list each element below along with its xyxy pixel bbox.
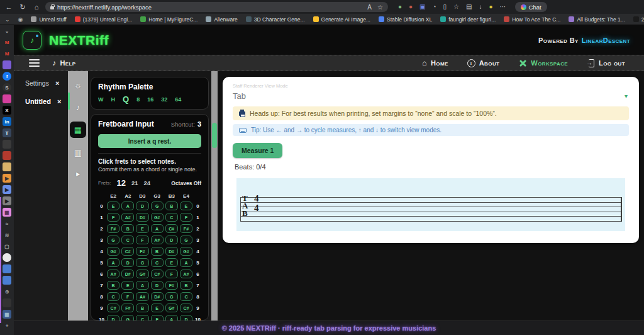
fret-note-button[interactable]: C# (165, 224, 178, 233)
measure-button[interactable]: Measure 1 (233, 143, 282, 158)
fret-note-button[interactable]: D# (151, 292, 164, 301)
fret-note-button[interactable]: A# (180, 270, 192, 278)
fret-note-button[interactable]: F# (121, 304, 134, 312)
duration-option[interactable]: W (98, 96, 104, 103)
toolbar-icon[interactable]: ▤ (466, 4, 472, 10)
side-tab-icon[interactable]: ≋ (3, 230, 11, 239)
duration-option[interactable]: 64 (175, 96, 181, 103)
fret-note-button[interactable]: F (136, 236, 148, 244)
fret-note-button[interactable]: C (121, 236, 134, 244)
bookmark[interactable]: Home | MyFigureC... (140, 16, 197, 23)
address-bar[interactable]: https://nextriff.netlify.app/workspace A… (45, 2, 388, 12)
fret-note-button[interactable]: C (107, 292, 119, 301)
duration-option[interactable]: 16 (147, 96, 153, 103)
toolbar-icon[interactable]: ↓ (479, 4, 482, 10)
fret-note-button[interactable]: E (165, 258, 178, 267)
side-tab-icon[interactable] (3, 151, 11, 160)
fret-note-button[interactable]: C# (180, 304, 192, 312)
fret-note-button[interactable]: E (151, 304, 164, 312)
bookmark[interactable]: All Budgets: The 1... (569, 16, 625, 23)
fret-note-button[interactable]: B (165, 202, 178, 210)
side-tab-icon[interactable]: ▦ (3, 310, 11, 319)
fret-note-button[interactable]: D# (121, 270, 134, 278)
side-tab-icon[interactable]: ⊕ (3, 287, 11, 296)
read-aloud-icon[interactable]: A (367, 4, 372, 11)
bookmark[interactable]: 3D Character Gene... (246, 16, 305, 23)
fret-note-button[interactable]: B (151, 247, 164, 256)
side-tab-icon[interactable]: ⌄ (3, 26, 11, 35)
side-tab-icon[interactable]: ▶ (3, 185, 11, 194)
toolbar-icon[interactable]: ● (489, 4, 493, 10)
fret-note-button[interactable]: C# (107, 304, 119, 312)
fret-count-option[interactable]: 12 (116, 178, 125, 188)
bookmark[interactable]: Unreal stuff (31, 16, 66, 23)
side-tab-icon[interactable] (3, 264, 11, 273)
duration-option[interactable]: 32 (161, 96, 167, 103)
fret-note-button[interactable]: A# (136, 292, 148, 301)
toolbar-icon[interactable]: ● (398, 4, 402, 10)
fret-note-button[interactable]: B (136, 304, 148, 312)
fret-note-button[interactable]: C# (151, 270, 164, 278)
toolbar-icon[interactable]: ▣ (419, 4, 425, 10)
chat-button[interactable]: Chat (515, 2, 547, 12)
fret-note-button[interactable]: E (180, 202, 192, 210)
document-tab[interactable]: Untitled × (25, 98, 68, 105)
nav-logout[interactable]: → Log out (587, 59, 625, 67)
side-tab-icon[interactable] (3, 60, 11, 69)
bookmark[interactable]: Generate AI Image... (313, 16, 370, 23)
side-tab-icon[interactable] (3, 162, 11, 171)
fret-note-button[interactable]: A (151, 224, 164, 233)
side-tab-icon[interactable] (3, 276, 11, 285)
duration-option[interactable]: Q (123, 94, 129, 104)
side-tab-icon[interactable]: M (3, 49, 11, 58)
fret-note-button[interactable]: C# (121, 247, 134, 256)
fret-note-button[interactable]: D (165, 236, 178, 244)
fret-count-option[interactable]: 24 (144, 179, 151, 186)
fret-note-button[interactable]: G (107, 236, 119, 244)
fret-count-option[interactable]: 21 (131, 179, 138, 186)
collapse-chevron-icon[interactable]: ⌄ (5, 16, 10, 23)
fret-note-button[interactable]: B (121, 224, 134, 233)
browser-home-icon[interactable]: ⌂ (31, 3, 42, 11)
fret-note-button[interactable]: A# (151, 236, 164, 244)
fret-note-button[interactable]: G# (165, 304, 178, 312)
duration-option[interactable]: 8 (136, 96, 140, 103)
side-tab-icon[interactable]: ▶ (3, 196, 11, 205)
fret-note-button[interactable]: G (151, 202, 164, 210)
close-icon[interactable]: × (55, 79, 59, 87)
nav-help[interactable]: ♪ Help (52, 59, 76, 67)
bookmark[interactable]: 26 Stuffed Bell Pep... (633, 16, 644, 23)
bookmark[interactable]: faungirl deer figuri... (440, 16, 496, 23)
fret-note-button[interactable]: C (136, 315, 148, 321)
toolbar-icon[interactable]: ▯ (443, 4, 447, 10)
side-tab-icon[interactable]: + (3, 321, 11, 330)
fret-note-button[interactable]: C (180, 292, 192, 301)
octaves-toggle[interactable]: Octaves Off (171, 180, 201, 186)
fret-note-button[interactable]: E (136, 224, 148, 233)
nav-home[interactable]: ⌂ Home (422, 59, 448, 67)
fret-note-button[interactable]: D (151, 281, 164, 290)
side-tab-icon[interactable] (3, 140, 11, 149)
side-tab-icon[interactable]: T (3, 128, 11, 137)
insert-rest-button[interactable]: Insert a q rest. (98, 134, 201, 148)
fret-note-button[interactable]: G (180, 236, 192, 244)
tab-staff[interactable]: T A B 4 4 (236, 178, 625, 231)
fret-note-button[interactable]: D (107, 315, 119, 321)
side-tab-icon[interactable] (3, 94, 11, 103)
fret-note-button[interactable]: F (151, 315, 164, 321)
tool-icon[interactable]: ♪ (70, 99, 86, 115)
side-tab-icon[interactable]: ▢ (3, 242, 11, 251)
fret-note-button[interactable]: F (121, 292, 134, 301)
fret-note-button[interactable]: E (107, 202, 119, 210)
menu-icon[interactable] (29, 59, 40, 67)
tool-icon[interactable]: ▶ (70, 167, 86, 182)
toolbar-icon[interactable]: ◔ (433, 4, 436, 10)
document-tab[interactable]: Settings × (25, 79, 68, 87)
side-tab-icon[interactable]: ▦ (3, 208, 11, 217)
fret-note-button[interactable]: F (107, 213, 119, 222)
fret-note-button[interactable]: F# (136, 247, 148, 256)
fret-note-button[interactable]: G# (136, 270, 148, 278)
side-tab-icon[interactable]: X (3, 106, 11, 115)
toolbar-icon[interactable]: ☆ (453, 4, 459, 10)
fret-note-button[interactable]: G (136, 258, 148, 267)
